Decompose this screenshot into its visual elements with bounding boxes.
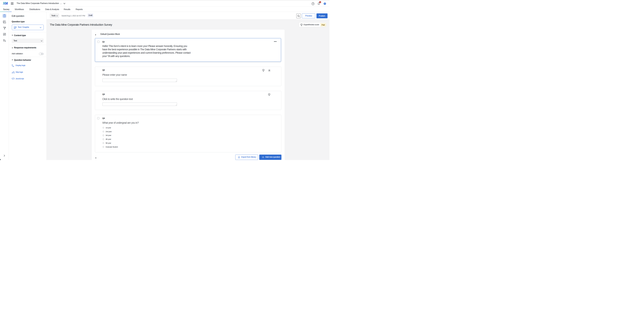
svg-text:?: ? (312, 3, 314, 5)
svg-text:A: A (5, 40, 6, 42)
svg-text:XM: XM (3, 2, 8, 5)
svg-text:T: T (14, 26, 15, 28)
